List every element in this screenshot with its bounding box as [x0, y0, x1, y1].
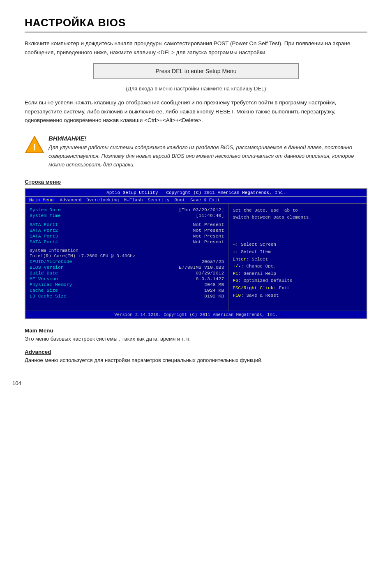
bios-value-physical-memory: 2048 MB [204, 282, 224, 287]
advanced-menu-desc: Advanced Данное меню используется для на… [25, 349, 367, 364]
bios-key-f10: F10: Save & Reset [233, 292, 362, 300]
bios-value-cpuid: 206a7/25 [201, 259, 224, 264]
main-menu-desc: Main Menu Это меню базовых настроек сист… [25, 327, 367, 343]
bios-row-system-date: System Date [Thu 03/29/2012] [30, 207, 224, 212]
bios-label-physical-memory: Physical Memory [30, 282, 95, 287]
bios-label-sata2: SATA Port2 [30, 228, 95, 233]
bios-label-cpuid: CPUID/MicroCode [30, 259, 95, 264]
restart-paragraph: Если вы не успели нажать клавишу до отоб… [25, 98, 367, 125]
bios-row-system-time: System Time [11:49:40] [30, 213, 224, 218]
bios-value-system-time: [11:49:40] [196, 213, 224, 218]
bios-row-sata2: SATA Port2 Not Present [30, 228, 224, 233]
bios-label-bios-version: BIOS Version [30, 265, 95, 270]
main-menu-title: Main Menu [25, 327, 367, 334]
page-number: 104 [12, 380, 21, 386]
bios-label-l3-cache: L3 Cache Size [30, 293, 95, 299]
bios-label-me-version: ME Version [30, 276, 95, 281]
bios-body: System Date [Thu 03/29/2012] System Time… [25, 204, 367, 311]
bios-menu-boot[interactable]: Boot [174, 198, 185, 203]
bios-menubar: Main Menu Advanced Overclocking M-Flash … [25, 197, 367, 204]
bios-label-cache-size: Cache Size [30, 288, 95, 293]
warning-title: ВНИМАНИЕ! [48, 135, 367, 142]
bios-row-cpuid: CPUID/MicroCode 206a7/25 [30, 259, 224, 264]
bios-key-f1: F1: General Help [233, 270, 362, 278]
bios-key-change: +/-: Change Opt. [233, 263, 362, 270]
bios-label-sata4: SATA Port4 [30, 239, 95, 244]
page-content: НАСТРОЙКА BIOS Включите компьютер и дожд… [0, 0, 392, 394]
bios-right-panel: Set the Date. Use Tab toswitch between D… [228, 204, 367, 311]
bios-left-panel: System Date [Thu 03/29/2012] System Time… [25, 204, 228, 311]
bios-row-build-date: Build Date 03/29/2012 [30, 270, 224, 276]
bios-menu-save-exit[interactable]: Save & Exit [190, 198, 220, 203]
bios-menu-advanced[interactable]: Advanced [60, 198, 81, 203]
warning-text: Для улучшения работы системы содержимое … [48, 143, 367, 169]
bios-screen: Aptio Setup Utility - Copyright (C) 2011… [25, 188, 367, 319]
del-subtitle: (Для входа в меню настройки нажмите на к… [25, 85, 367, 92]
bios-label-build-date: Build Date [30, 270, 95, 276]
bios-row-sata4: SATA Port4 Not Present [30, 239, 224, 244]
bios-menu-security[interactable]: Security [148, 198, 170, 203]
bios-row-cpu: Intel(R) Core(TM) i7-2600 CPU @ 3.40GHz [30, 254, 224, 258]
bios-label-sata1: SATA Port1 [30, 222, 95, 227]
svg-text:!: ! [33, 142, 36, 152]
bios-row-sata3: SATA Port3 Not Present [30, 233, 224, 239]
bios-cpu-label: Intel(R) Core(TM) i7-2600 CPU @ 3.40GHz [30, 254, 135, 258]
bios-value-sata1: Not Present [193, 222, 224, 227]
bios-value-sata3: Not Present [193, 233, 224, 239]
bios-label-sata3: SATA Port3 [30, 233, 95, 239]
press-del-box: Press DEL to enter Setup Menu [93, 63, 299, 79]
bios-value-system-date: [Thu 03/29/2012] [179, 207, 224, 212]
bios-row-me-version: ME Version 8.0.3.1427 [30, 276, 224, 281]
advanced-menu-text: Данное меню используется для настройки п… [25, 356, 367, 364]
bios-row-sata1: SATA Port1 Not Present [30, 222, 224, 227]
bios-titlebar: Aptio Setup Utility - Copyright (C) 2011… [25, 189, 367, 197]
menu-section-heading: Строка меню [25, 179, 367, 185]
bios-row-cache-size: Cache Size 1024 KB [30, 288, 224, 293]
bios-label-system-time: System Time [30, 213, 95, 218]
bios-right-info: Set the Date. Use Tab toswitch between D… [233, 207, 362, 221]
bios-value-sata4: Not Present [193, 239, 224, 244]
press-del-label: Press DEL to enter Setup Menu [155, 68, 236, 74]
bios-row-physical-memory: Physical Memory 2048 MB [30, 282, 224, 287]
bios-label-system-date: System Date [30, 207, 95, 212]
bios-value-sata2: Not Present [193, 228, 224, 233]
bios-footer: Version 2.14.1219. Copyright (C) 2011 Am… [25, 311, 367, 318]
advanced-menu-title: Advanced [25, 349, 367, 355]
bios-menu-mflash[interactable]: M-Flash [124, 198, 143, 203]
bios-value-l3-cache: 8192 KB [204, 293, 224, 299]
bios-value-cache-size: 1024 KB [204, 288, 224, 293]
bios-sysinfo-label: System Information [30, 248, 78, 253]
warning-section: ! ВНИМАНИЕ! Для улучшения работы системы… [25, 135, 367, 169]
bios-value-build-date: 03/29/2012 [196, 270, 224, 276]
bios-row-l3-cache: L3 Cache Size 8192 KB [30, 293, 224, 299]
page-title: НАСТРОЙКА BIOS [25, 16, 367, 29]
bios-keys: ↔: Select Screen ↕: Select Item Enter: S… [233, 241, 362, 299]
title-divider [25, 32, 367, 32]
bios-key-esc: ESC/Right Click: Exit [233, 285, 362, 292]
bios-key-item: ↕: Select Item [233, 249, 362, 256]
warning-content: ВНИМАНИЕ! Для улучшения работы системы с… [48, 135, 367, 169]
bios-row-bios-version: BIOS Version E7788IMS V10.0B3 [30, 265, 224, 270]
bios-key-enter: Enter: Select [233, 256, 362, 263]
bios-value-me-version: 8.0.3.1427 [196, 276, 224, 281]
bios-key-screen: ↔: Select Screen [233, 241, 362, 249]
bios-row-sysinfo-header: System Information [30, 248, 224, 253]
bios-menu-main[interactable]: Main Menu [28, 198, 55, 203]
main-menu-text: Это меню базовых настроек системы , таки… [25, 335, 367, 343]
warning-icon: ! [25, 135, 44, 154]
intro-paragraph: Включите компьютер и дождитесь начала пр… [25, 39, 367, 57]
bios-key-f6: F6: Optimized Defaults [233, 277, 362, 285]
bios-value-bios-version: E7788IMS V10.0B3 [179, 265, 224, 270]
bios-menu-overclocking[interactable]: Overclocking [86, 198, 119, 203]
